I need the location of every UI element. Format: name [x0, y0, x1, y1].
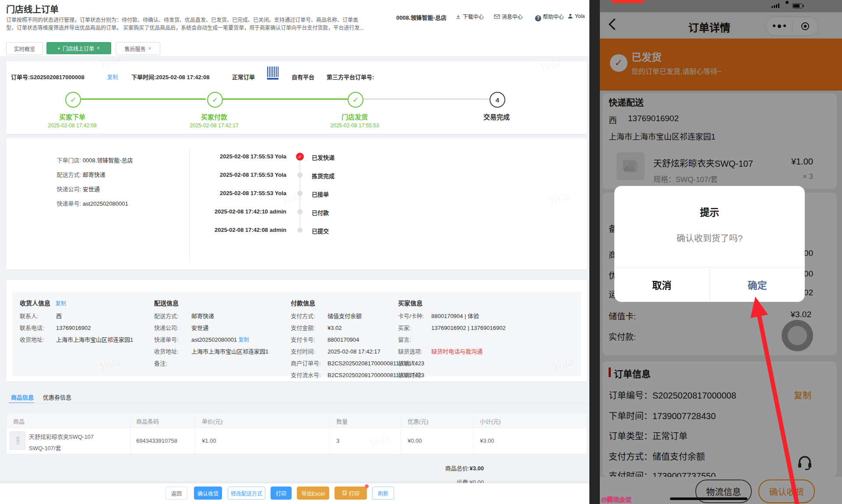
- image-icon: [623, 160, 638, 173]
- receiver-name: 西: [609, 114, 617, 126]
- pay-time-row-partial: 支付时间：1739007737550: [609, 469, 716, 477]
- envelope-icon: [494, 14, 500, 20]
- shipped-status: 已发货: [631, 49, 662, 64]
- product-discount: ¥0.00: [408, 438, 422, 444]
- receiver-phone: 13769016902: [628, 114, 679, 123]
- col-header-price: 单价(元): [202, 417, 223, 425]
- tab-store-online-orders[interactable]: ● 门店线上订单 ×: [46, 42, 111, 54]
- print-button[interactable]: 打印: [271, 486, 292, 500]
- col-header-discount: 优惠(元): [408, 417, 429, 425]
- help-center[interactable]: ? 帮助中心: [535, 13, 564, 21]
- platform-logo-text: [267, 78, 278, 80]
- phone-product-price: ¥1.00: [791, 157, 813, 167]
- dialog-message: 确认收到货了吗?: [614, 231, 805, 244]
- copy-tracking-link[interactable]: 复制: [239, 337, 249, 343]
- detail-label: 快递单号:: [42, 199, 81, 207]
- notification-badge: [365, 484, 369, 488]
- tab-realtime-overview[interactable]: 实时概览: [6, 42, 43, 55]
- stockout-option-value: 缺货时电话与我沟通: [431, 348, 483, 355]
- timeline-dot-icon: [297, 228, 303, 233]
- hidden-value-discount: 00: [804, 269, 813, 279]
- admin-panel: 门店线上订单 订单按照不同的状态进行管理，订单状态分别为：待付款、待确认、待发货…: [0, 0, 589, 504]
- tabs-divider: [6, 403, 587, 403]
- confirm-dialog: 提示 确认收到货了吗? 取消 确定: [614, 186, 805, 302]
- more-icon[interactable]: [767, 24, 792, 28]
- message-center[interactable]: 消息中心: [494, 13, 523, 20]
- print-secondary-button[interactable]: 打印: [335, 486, 367, 500]
- exit-target-icon[interactable]: [793, 22, 818, 31]
- step-date: 2025-02-08 17:55:53: [320, 122, 390, 129]
- download-icon: [455, 14, 461, 20]
- hidden-value-freight: 02: [804, 288, 813, 298]
- close-icon[interactable]: ×: [97, 45, 100, 51]
- payment-info-title: 付款信息: [291, 298, 315, 307]
- hidden-value-goods: 00: [804, 248, 813, 258]
- tab-after-sales[interactable]: 售后服务 ×: [116, 42, 160, 55]
- active-dot-icon: ●: [58, 46, 60, 50]
- dialog-title: 提示: [614, 204, 805, 218]
- order-time: 2025-02-08 17:42:08: [156, 74, 209, 80]
- signal-icon: [772, 0, 781, 10]
- paid-label: 实付款:: [609, 330, 636, 342]
- back-button[interactable]: 返回: [166, 486, 187, 500]
- table-col-divider: [130, 413, 130, 454]
- product-price: ¥1.00: [202, 438, 216, 444]
- confirm-receipt-button[interactable]: 确认收货: [194, 486, 222, 500]
- vertical-divider: [189, 149, 190, 262]
- detail-value: 邮寄快递: [83, 172, 106, 178]
- printer-icon: [342, 490, 347, 497]
- table-row: [6, 428, 587, 454]
- user-menu[interactable]: Yola: [567, 13, 585, 19]
- shipped-check-icon: ✓: [610, 54, 627, 72]
- step-label: 买家下单: [42, 112, 103, 121]
- receiver-info-title: 收货人信息: [20, 300, 50, 307]
- tab-product-info[interactable]: 商品信息: [11, 393, 34, 401]
- copy-order-no-link[interactable]: 复制: [107, 73, 118, 80]
- export-excel-button[interactable]: 导出Excel: [297, 486, 329, 500]
- dialog-confirm-button[interactable]: 确定: [710, 267, 805, 302]
- table-col-divider: [329, 413, 330, 454]
- store-name: 0008.领锋智能-总店: [396, 13, 447, 21]
- product-barcode: 6943433910758: [136, 438, 177, 444]
- shipped-desc: 您的订单已发货,请耐心等待~: [631, 66, 722, 76]
- step-connector-done: [81, 98, 206, 100]
- refresh-button[interactable]: 刷新: [372, 486, 394, 500]
- headset-icon[interactable]: [796, 453, 814, 473]
- platform-logo: [267, 66, 278, 77]
- close-icon[interactable]: ×: [148, 46, 151, 52]
- page-title: 门店线上订单: [6, 3, 59, 15]
- timeline-time: 2025-02-08 17:42:08 admin: [208, 227, 286, 233]
- detail-label: 下单门店:: [42, 156, 81, 164]
- confirm-receipt-button-phone[interactable]: 确认收货: [758, 480, 815, 503]
- detail-value: ast202502080001: [83, 200, 128, 207]
- page-description-line2: 型、订单状态等维度筛选并导出优品商品的订单。 买家购买了优品商品后，系统会自动生…: [6, 24, 364, 31]
- stored-card-value: ¥3.02: [790, 310, 811, 319]
- battery-icon: [793, 1, 804, 10]
- col-header-qty: 数量: [336, 417, 348, 425]
- product-qty: 3: [336, 438, 339, 444]
- order-no: S2025020817000008: [30, 74, 84, 80]
- phone-product-qty: × 3: [803, 172, 813, 181]
- change-delivery-button[interactable]: 修改配送方式: [228, 486, 265, 500]
- tab-coupon-info[interactable]: 优惠券信息: [43, 393, 71, 401]
- detail-value: 0008.领锋智能-总店: [83, 157, 133, 164]
- home-indicator: [670, 497, 747, 500]
- timeline-status: 已付款: [312, 208, 329, 217]
- copy-receiver-link[interactable]: 复制: [56, 301, 66, 307]
- col-header-barcode: 商品条码: [136, 417, 159, 425]
- product-subtotal: ¥3.00: [480, 438, 494, 444]
- product-image-placeholder: [617, 152, 645, 180]
- phone-product-spec: 规格：SWQ-107/套: [653, 173, 718, 184]
- miniprogram-capsule: [766, 17, 818, 36]
- step-date: 2025-02-08 17:42:17: [179, 122, 249, 129]
- stored-card-label: 储值卡:: [609, 310, 636, 322]
- order-time-label: 下单时间:: [131, 74, 156, 80]
- copy-link[interactable]: 复制: [794, 388, 811, 401]
- buyer-info-title: 买家信息: [398, 298, 423, 307]
- user-icon: [567, 13, 573, 19]
- col-header-product: 商品: [13, 417, 25, 425]
- dialog-cancel-button[interactable]: 取消: [614, 267, 709, 302]
- table-col-divider: [401, 413, 401, 454]
- floating-record-icon[interactable]: [782, 320, 813, 351]
- download-center[interactable]: 下载中心: [455, 13, 484, 20]
